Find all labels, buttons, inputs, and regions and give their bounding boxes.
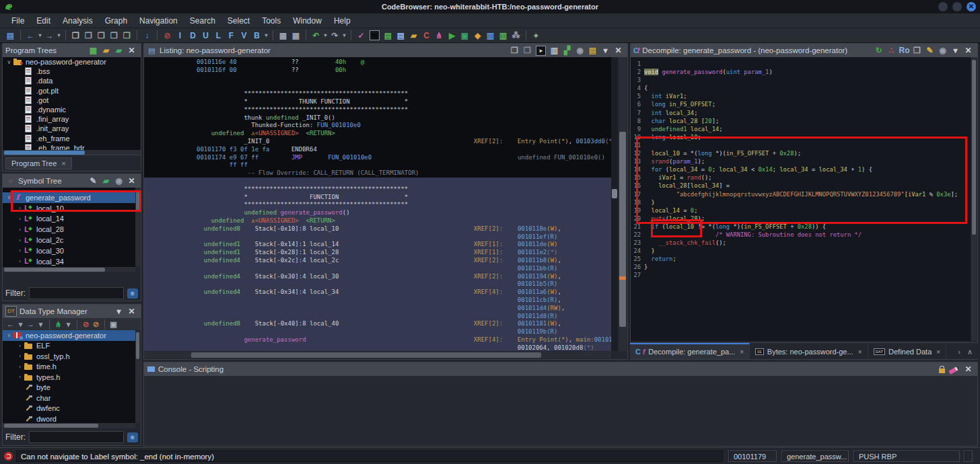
code-line-27[interactable]: 27 (631, 271, 971, 279)
listing-row[interactable]: undefined8 Stack[-0x40]:8 local_40 XREF[… (144, 320, 611, 328)
snapshot-icon[interactable]: ◉ (573, 46, 586, 56)
menu-tools[interactable]: Tools (256, 15, 287, 27)
refresh-icon[interactable]: ↻ (872, 46, 885, 55)
back-icon[interactable]: ← (5, 320, 15, 328)
run-script-icon[interactable]: ▶ (446, 31, 458, 40)
listing-row[interactable]: 00101174 e9 67 ff JMP FUN_001010e0 undef… (144, 154, 611, 162)
listing-row[interactable]: 00101170 f3 0f 1e fa ENDBR64 (144, 146, 611, 154)
diamond-icon[interactable]: ◆ (471, 31, 484, 40)
new-tree-icon[interactable]: ▦ (87, 46, 100, 55)
tree-item-local_30[interactable]: ›L◆local_30 (3, 245, 135, 256)
code-line-17[interactable]: 17 "abcdefghijklmnopqrstuvwxyzABCDEFGHIJ… (631, 190, 971, 198)
listing-row[interactable] (144, 75, 611, 83)
console-output[interactable] (144, 376, 977, 446)
dropdown-icon[interactable]: ▾ (112, 307, 125, 316)
tree-item-local_28[interactable]: ›L◆local_28 (3, 224, 135, 235)
menu-search[interactable]: Search (184, 15, 221, 27)
code-line-1[interactable]: 1 (631, 60, 971, 68)
tree-item-time.h[interactable]: ›time.h (3, 362, 135, 373)
close-icon[interactable]: ✕ (962, 364, 975, 374)
tree-item-byte[interactable]: byte (3, 383, 135, 393)
preview-icon[interactable]: ▣ (108, 320, 118, 329)
listing-row[interactable]: Thunked-Function: FUN_001010e0 (144, 122, 611, 130)
edit-icon[interactable]: ✎ (87, 176, 100, 186)
data-types-icon[interactable]: ▰ (407, 31, 420, 40)
listing-row[interactable]: ****************************************… (144, 90, 611, 98)
save-tree-icon[interactable]: ▰ (112, 46, 125, 55)
validate-icon[interactable]: ✓ (355, 31, 368, 40)
back-dropdown-icon[interactable]: ▾ (15, 320, 26, 329)
window-add-icon[interactable]: ▥ (497, 31, 510, 40)
decompile-header[interactable]: Cf Decompile: generate_password - (neo-p… (631, 44, 977, 58)
expander-icon[interactable]: ∨ (5, 332, 13, 338)
expander-icon[interactable]: › (16, 227, 24, 233)
expander-icon[interactable]: › (16, 247, 24, 254)
copy-icon[interactable]: ❐ (508, 46, 521, 56)
listing-overview-margin[interactable] (611, 57, 618, 351)
letter-d-icon[interactable]: D (186, 31, 199, 40)
close-icon[interactable]: ✕ (612, 46, 625, 56)
code-line-14[interactable]: 14 for (local_34 = 0; local_34 < 0x14; l… (631, 165, 971, 173)
listing-row[interactable]: ****************************************… (144, 201, 611, 209)
code-line-26[interactable]: 26} (631, 263, 971, 271)
tree-item-dwfenc[interactable]: dwfenc (3, 403, 135, 414)
listing-row[interactable]: generate_password XREF[4]: Entry Point(*… (144, 336, 611, 344)
listing-hscrollbar[interactable] (144, 352, 611, 358)
code-line-22[interactable]: 22 /* WARNING: Subroutine does not retur… (631, 231, 971, 239)
dtm-hscrollbar[interactable] (3, 423, 135, 428)
tree-item-.got.plt[interactable]: .got.plt (3, 86, 141, 95)
dtm-vscrollbar[interactable] (135, 331, 140, 423)
listing-content[interactable]: 0010116e 40 ?? 40h @0010116f 00 ?? 00h *… (144, 57, 611, 351)
code-line-24[interactable]: 24 } (631, 247, 971, 255)
listing-row[interactable]: 001011d8(R) (144, 313, 611, 321)
close-icon[interactable]: ✕ (125, 176, 138, 186)
code-line-12[interactable]: 12 local_10 = *(long *)(in_FS_OFFSET + 0… (631, 149, 971, 157)
window-icon[interactable]: ▥ (484, 31, 497, 40)
decompile-vscrollbar[interactable] (971, 58, 977, 341)
code-line-10[interactable]: 10 long local_10; (631, 133, 971, 141)
letter-l-icon[interactable]: L (212, 31, 225, 40)
minimize-button[interactable] (938, 2, 948, 11)
tree-item-.eh_frame_hdr[interactable]: .eh_frame_hdr (3, 143, 141, 150)
filter-arrays-icon[interactable]: ⊘ (81, 320, 91, 329)
menu-file[interactable]: File (5, 15, 30, 27)
tree-item-neo-password-generator[interactable]: ∨neo-password-generator (3, 330, 135, 341)
code-line-19[interactable]: 19 local_14 = 0; (631, 206, 971, 215)
listing-row[interactable]: _INIT_0 XREF[2]: Entry Point(*), 00103dd… (144, 138, 611, 146)
dropdown-icon[interactable]: ▾ (599, 46, 612, 56)
listing-header[interactable]: ▤ Listing: neo-password-generator ❐❐➤▥▞◉… (144, 44, 627, 58)
letter-v-icon[interactable]: V (238, 31, 250, 40)
tab-program-tree[interactable]: Program Tree × (5, 157, 72, 169)
back-dropdown-icon[interactable]: ▾ (37, 32, 43, 38)
filter-options-icon[interactable]: ≡ (127, 432, 138, 442)
code-line-15[interactable]: 15 iVar1 = rand(); (631, 173, 971, 182)
menu-navigation[interactable]: Navigation (133, 15, 184, 27)
page-icon-2[interactable]: ❐ (108, 31, 120, 40)
menu-edit[interactable]: Edit (30, 15, 57, 27)
listing-row[interactable]: ****************************************… (144, 186, 611, 194)
listing-row[interactable]: * FUNCTION * (144, 194, 611, 202)
tree-item-local_10[interactable]: ›L◆local_10 (3, 203, 135, 214)
code-line-4[interactable]: 4{ (631, 84, 971, 92)
folder-arrow-icon[interactable]: ▰ (100, 176, 112, 186)
listing-row[interactable]: 001011d4(RW), (144, 305, 611, 313)
symbol-tree-vscrollbar[interactable] (135, 188, 140, 267)
code-line-5[interactable]: 5 int iVar1; (631, 92, 971, 100)
menu-graph[interactable]: Graph (99, 15, 133, 27)
script-manager-icon[interactable]: ▤ (382, 31, 394, 40)
tree-dropdown-icon[interactable]: ▾ (63, 320, 73, 329)
tree-item-ELF[interactable]: ›ELF (3, 341, 135, 352)
tab-decompile-generate-pa-[interactable]: CfDecompile: generate_pa...× (630, 343, 750, 359)
dtm-filter-input[interactable] (29, 431, 124, 443)
tabs-collapse-icon[interactable]: ∧ (967, 348, 973, 356)
function-graph-icon[interactable]: ⋔ (433, 31, 446, 40)
listing-row[interactable]: 001011bb(R) (144, 265, 611, 273)
call-tree-icon[interactable]: ⁂ (510, 31, 522, 40)
save-icon[interactable]: ▤ (4, 31, 17, 40)
ro-label[interactable]: Ro (898, 46, 911, 55)
page-icon[interactable]: ❐ (95, 31, 108, 40)
paste-icon[interactable]: ❐ (521, 46, 534, 56)
tabs-more-icon[interactable]: › (958, 348, 960, 356)
memory-icon[interactable]: ▦ (277, 31, 289, 40)
tab-close-icon[interactable]: × (740, 348, 744, 356)
